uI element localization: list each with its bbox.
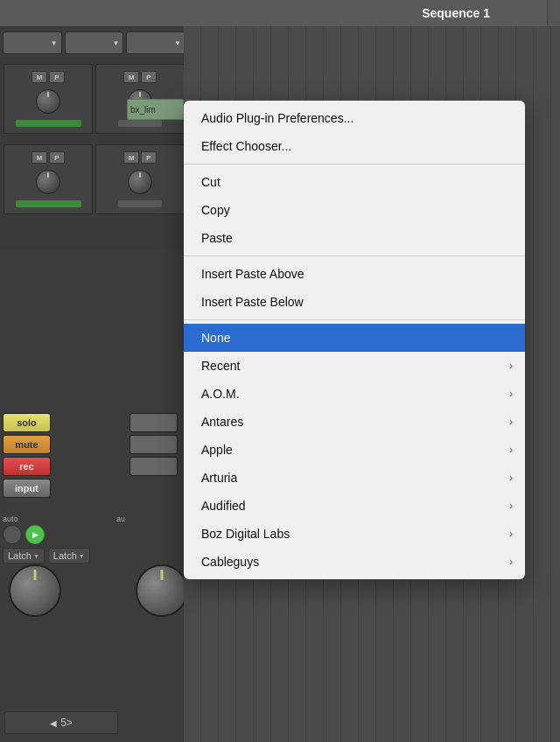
m-button-1[interactable]: M: [32, 71, 47, 83]
main-volume-knob-2[interactable]: [136, 564, 188, 617]
sequence-label: Sequence 1: [422, 6, 560, 20]
eq-strip-4: M P: [95, 144, 185, 214]
main-volume-knob[interactable]: [9, 564, 61, 617]
menu-item-effect-chooser[interactable]: Effect Chooser...: [184, 132, 525, 160]
latch-label-2: Latch: [53, 550, 77, 561]
m-button-2[interactable]: M: [123, 71, 139, 83]
menu-item-none[interactable]: None: [184, 324, 525, 352]
m-button-4[interactable]: M: [123, 151, 139, 164]
auto-header-row: auto au: [3, 514, 125, 523]
auto-section: auto au ▶ Latch ▼ Latch ▼: [3, 514, 125, 564]
latch-arrow-1: ▼: [33, 553, 39, 559]
big-knob-area: [9, 564, 61, 617]
page-nav[interactable]: ◀ 5>: [4, 711, 118, 734]
mute-button[interactable]: mute: [3, 435, 51, 454]
auto-label2: au: [116, 514, 125, 523]
left-nav-icon: ◀: [50, 718, 57, 728]
menu-item-recent[interactable]: Recent ›: [184, 352, 525, 380]
submenu-arrow-aom: ›: [509, 388, 513, 400]
submenu-arrow-boz: ›: [509, 528, 513, 540]
big-knob-area-2: [136, 564, 188, 617]
mp-buttons-3: M P: [32, 151, 65, 164]
mp-buttons-2: M P: [123, 71, 157, 83]
eq-knob-3[interactable]: [36, 170, 60, 194]
top-bar: Sequence 1: [0, 0, 560, 26]
m-button-3[interactable]: M: [32, 151, 47, 164]
menu-item-cableguys[interactable]: Cableguys ›: [184, 548, 525, 576]
solo-button[interactable]: solo: [3, 413, 51, 432]
dropdown-arrow-2: ▼: [112, 39, 119, 47]
submenu-arrow-recent: ›: [509, 360, 513, 372]
dropdown-arrow-1: ▼: [51, 39, 58, 47]
separator-1: [184, 164, 525, 164]
latch-dropdown-2[interactable]: Latch ▼: [48, 548, 90, 564]
page-nav-label: 5>: [60, 717, 73, 729]
submenu-arrow-arturia: ›: [509, 472, 513, 484]
track-dropdown-1[interactable]: ▼: [3, 32, 62, 54]
menu-item-arturia[interactable]: Arturia ›: [184, 464, 525, 492]
menu-item-insert-paste-below[interactable]: Insert Paste Below: [184, 288, 525, 316]
menu-item-cut[interactable]: Cut: [184, 168, 525, 196]
eq-fader-2[interactable]: [118, 120, 162, 127]
plugin-slot-bxlim[interactable]: bx_lim: [127, 99, 184, 120]
eq-strip-3: M P: [4, 144, 93, 214]
submenu-arrow-antares: ›: [509, 416, 513, 428]
eq-knob-1[interactable]: [36, 89, 60, 114]
eq-strip-row-2: M P M P: [0, 141, 188, 218]
context-menu: Audio Plug-in Preferences... Effect Choo…: [184, 101, 525, 579]
p-button-4[interactable]: P: [141, 151, 157, 164]
menu-item-apple[interactable]: Apple ›: [184, 436, 525, 464]
separator-2: [184, 256, 525, 256]
track2-ctrl-buttons: [130, 413, 178, 476]
rec-row: rec: [3, 457, 51, 476]
auto-circle-btn[interactable]: [3, 525, 22, 544]
track2-rec-area: [130, 457, 178, 476]
menu-item-paste[interactable]: Paste: [184, 224, 525, 252]
track-upper-area: M P M P M P M P: [0, 57, 188, 249]
menu-item-insert-paste-above[interactable]: Insert Paste Above: [184, 260, 525, 288]
top-dropdowns-row: ▼ ▼ ▼: [0, 29, 188, 57]
solo-mute-row: solo: [3, 413, 51, 432]
submenu-arrow-cableguys: ›: [509, 556, 513, 568]
mp-buttons-1: M P: [32, 71, 65, 83]
latch-dropdown-1[interactable]: Latch ▼: [3, 548, 45, 564]
p-button-2[interactable]: P: [141, 71, 157, 83]
eq-fader-4[interactable]: [118, 200, 162, 207]
track2-mute-area: [130, 435, 178, 454]
p-button-1[interactable]: P: [49, 71, 65, 83]
menu-item-boz-digital-labs[interactable]: Boz Digital Labs ›: [184, 520, 525, 548]
menu-item-audio-plugin-prefs[interactable]: Audio Plug-in Preferences...: [184, 104, 525, 132]
menu-item-audified[interactable]: Audified ›: [184, 492, 525, 520]
auto-play-btn[interactable]: ▶: [25, 525, 45, 544]
menu-item-copy[interactable]: Copy: [184, 196, 525, 224]
eq-fader-1[interactable]: [16, 120, 81, 127]
submenu-arrow-audified: ›: [509, 500, 513, 512]
rec-button[interactable]: rec: [3, 457, 51, 476]
track-ctrl-buttons: solo mute rec input: [3, 413, 51, 498]
track-dropdown-2[interactable]: ▼: [65, 32, 124, 54]
input-button[interactable]: input: [3, 479, 51, 498]
eq-fader-3[interactable]: [16, 200, 81, 207]
track-dropdown-3[interactable]: ▼: [126, 32, 186, 54]
auto-buttons-row: ▶: [3, 525, 125, 544]
dropdown-arrow-3: ▼: [174, 39, 181, 47]
track2-solo-area: [130, 413, 178, 432]
eq-strip-1: M P: [4, 64, 93, 134]
auto-label: auto: [3, 514, 18, 523]
input-row: input: [3, 479, 51, 498]
plugin-slot-label: bx_lim: [130, 105, 156, 115]
latch-row: Latch ▼ Latch ▼: [3, 548, 125, 564]
latch-arrow-2: ▼: [79, 553, 85, 559]
submenu-arrow-apple: ›: [509, 444, 513, 456]
menu-item-aom[interactable]: A.O.M. ›: [184, 380, 525, 408]
mp-buttons-4: M P: [123, 151, 157, 164]
eq-knob-4[interactable]: [128, 170, 152, 194]
latch-label-1: Latch: [8, 550, 32, 561]
separator-3: [184, 319, 525, 320]
menu-item-antares[interactable]: Antares ›: [184, 408, 525, 436]
p-button-3[interactable]: P: [49, 151, 65, 164]
mute-row: mute: [3, 435, 51, 454]
